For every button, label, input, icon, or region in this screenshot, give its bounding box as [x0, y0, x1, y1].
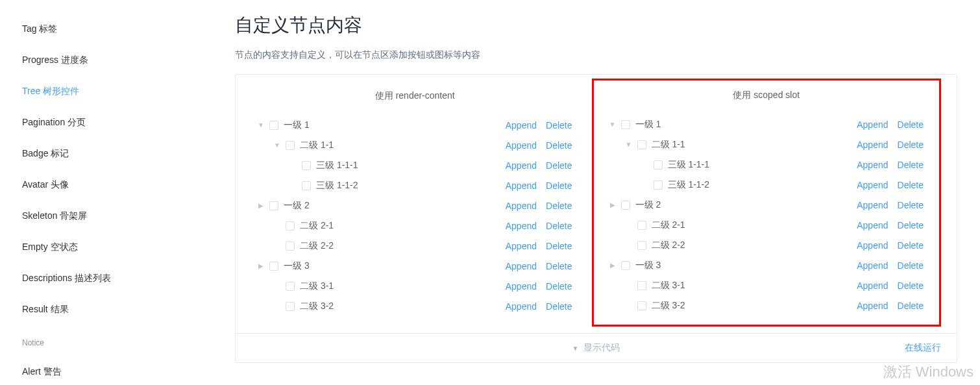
append-button[interactable]: Append	[506, 241, 537, 251]
checkbox[interactable]	[637, 221, 646, 230]
delete-button[interactable]: Delete	[898, 200, 924, 210]
sidebar-item[interactable]: Skeleton 骨架屏	[22, 200, 235, 231]
delete-button[interactable]: Delete	[898, 180, 924, 190]
sidebar-item[interactable]: Descriptions 描述列表	[22, 262, 235, 293]
append-button[interactable]: Append	[857, 119, 888, 130]
delete-button[interactable]: Delete	[546, 201, 572, 211]
delete-button[interactable]: Delete	[546, 160, 572, 171]
checkbox[interactable]	[302, 161, 311, 170]
tree-node[interactable]: ▶三级 1-1-1AppendDelete	[251, 155, 579, 175]
append-button[interactable]: Append	[506, 281, 537, 292]
append-button[interactable]: Append	[506, 120, 537, 130]
checkbox[interactable]	[654, 160, 663, 169]
append-button[interactable]: Append	[506, 301, 537, 312]
checkbox[interactable]	[286, 221, 295, 230]
delete-button[interactable]: Delete	[898, 140, 924, 150]
sidebar-item[interactable]: Alert 警告	[22, 356, 235, 385]
delete-button[interactable]: Delete	[546, 281, 572, 292]
tree-node[interactable]: ▼一级 1AppendDelete	[603, 114, 931, 134]
tree-node[interactable]: ▼一级 1AppendDelete	[251, 115, 579, 135]
checkbox[interactable]	[302, 181, 311, 190]
append-button[interactable]: Append	[857, 240, 888, 251]
tree-node[interactable]: ▶二级 2-2AppendDelete	[251, 236, 579, 256]
checkbox[interactable]	[286, 141, 295, 150]
delete-button[interactable]: Delete	[546, 221, 572, 231]
tree-node[interactable]: ▶三级 1-1-2AppendDelete	[251, 175, 579, 195]
delete-button[interactable]: Delete	[898, 119, 924, 130]
tree-node[interactable]: ▶二级 3-1AppendDelete	[603, 275, 931, 295]
checkbox[interactable]	[286, 282, 295, 291]
tree-node[interactable]: ▶三级 1-1-1AppendDelete	[603, 155, 931, 175]
demo-footer[interactable]: ▼ 显示代码 在线运行	[236, 333, 957, 362]
append-button[interactable]: Append	[506, 180, 537, 191]
tree-node[interactable]: ▶二级 3-2AppendDelete	[251, 296, 579, 316]
checkbox[interactable]	[269, 121, 278, 130]
caret-right-icon[interactable]: ▶	[608, 262, 617, 269]
delete-button[interactable]: Delete	[546, 261, 572, 271]
tree-node[interactable]: ▶二级 3-1AppendDelete	[251, 276, 579, 296]
delete-button[interactable]: Delete	[898, 240, 924, 251]
tree-node[interactable]: ▶二级 2-1AppendDelete	[251, 216, 579, 236]
caret-right-icon[interactable]: ▶	[256, 262, 265, 269]
delete-button[interactable]: Delete	[546, 241, 572, 251]
tree-node[interactable]: ▶二级 3-2AppendDelete	[603, 295, 931, 316]
delete-button[interactable]: Delete	[546, 120, 572, 130]
delete-button[interactable]: Delete	[898, 260, 924, 271]
caret-down-icon[interactable]: ▼	[608, 121, 617, 128]
tree-node[interactable]: ▶一级 2AppendDelete	[603, 195, 931, 215]
delete-button[interactable]: Delete	[898, 220, 924, 230]
sidebar-item[interactable]: Progress 进度条	[22, 44, 235, 75]
sidebar-item[interactable]: Tree 树形控件	[22, 75, 235, 106]
checkbox[interactable]	[621, 120, 630, 129]
checkbox[interactable]	[269, 262, 278, 271]
append-button[interactable]: Append	[506, 201, 537, 211]
tree-node[interactable]: ▶一级 3AppendDelete	[603, 255, 931, 275]
sidebar-item[interactable]: Pagination 分页	[22, 106, 235, 138]
append-button[interactable]: Append	[506, 140, 537, 151]
tree-node[interactable]: ▶二级 2-2AppendDelete	[603, 235, 931, 255]
tree-node[interactable]: ▼二级 1-1AppendDelete	[251, 135, 579, 155]
delete-button[interactable]: Delete	[898, 280, 924, 291]
caret-down-icon[interactable]: ▼	[624, 141, 633, 148]
tree-node[interactable]: ▶二级 2-1AppendDelete	[603, 215, 931, 235]
append-button[interactable]: Append	[857, 160, 888, 170]
online-run-link[interactable]: 在线运行	[905, 342, 941, 354]
checkbox[interactable]	[637, 241, 646, 250]
caret-right-icon[interactable]: ▶	[256, 202, 265, 209]
tree-node[interactable]: ▶一级 2AppendDelete	[251, 195, 579, 216]
tree-node[interactable]: ▶三级 1-1-2AppendDelete	[603, 175, 931, 195]
append-button[interactable]: Append	[506, 261, 537, 271]
tree-node[interactable]: ▼二级 1-1AppendDelete	[603, 134, 931, 155]
checkbox[interactable]	[286, 242, 295, 251]
delete-button[interactable]: Delete	[546, 140, 572, 151]
sidebar-item[interactable]: Avatar 头像	[22, 169, 235, 200]
append-button[interactable]: Append	[857, 260, 888, 271]
checkbox[interactable]	[637, 301, 646, 310]
delete-button[interactable]: Delete	[546, 180, 572, 191]
checkbox[interactable]	[286, 302, 295, 311]
sidebar-item[interactable]: Badge 标记	[22, 138, 235, 169]
checkbox[interactable]	[269, 201, 278, 210]
caret-down-icon[interactable]: ▼	[273, 142, 282, 149]
sidebar-item[interactable]: Empty 空状态	[22, 231, 235, 262]
checkbox[interactable]	[621, 261, 630, 270]
append-button[interactable]: Append	[506, 160, 537, 171]
checkbox[interactable]	[621, 201, 630, 210]
checkbox[interactable]	[637, 281, 646, 290]
checkbox[interactable]	[637, 140, 646, 149]
append-button[interactable]: Append	[857, 280, 888, 291]
append-button[interactable]: Append	[506, 221, 537, 231]
delete-button[interactable]: Delete	[546, 301, 572, 312]
delete-button[interactable]: Delete	[898, 160, 924, 170]
append-button[interactable]: Append	[857, 301, 888, 311]
caret-down-icon[interactable]: ▼	[256, 121, 265, 129]
sidebar-item[interactable]: Result 结果	[22, 293, 235, 325]
sidebar-item[interactable]: Tag 标签	[22, 13, 235, 44]
append-button[interactable]: Append	[857, 220, 888, 230]
append-button[interactable]: Append	[857, 200, 888, 210]
append-button[interactable]: Append	[857, 140, 888, 150]
append-button[interactable]: Append	[857, 180, 888, 190]
delete-button[interactable]: Delete	[898, 301, 924, 311]
checkbox[interactable]	[654, 180, 663, 190]
tree-node[interactable]: ▶一级 3AppendDelete	[251, 256, 579, 276]
